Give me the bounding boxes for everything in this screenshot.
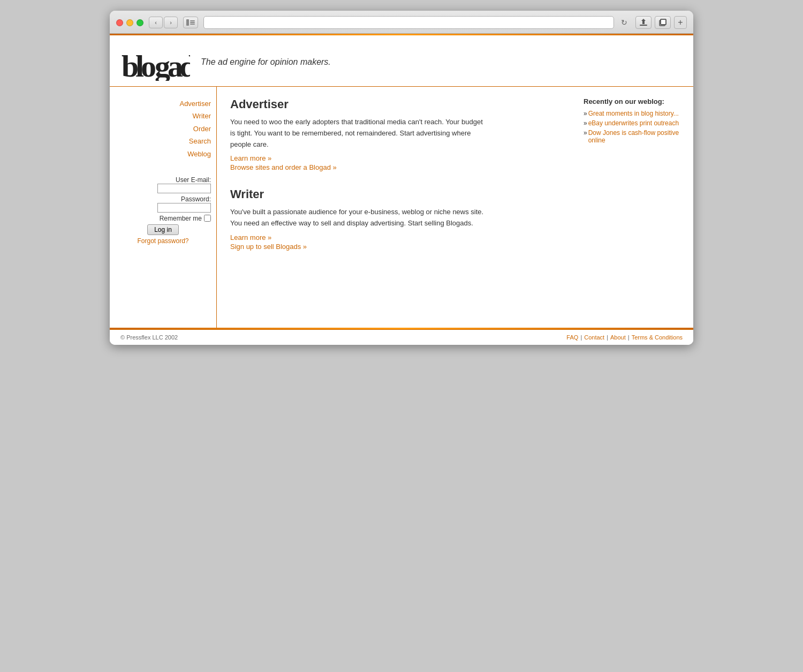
weblog-title: Recently on our weblog: [584, 97, 685, 105]
writer-section: Writer You've built a passionate audienc… [230, 187, 562, 251]
advertiser-browse-link[interactable]: Browse sites and order a Blogad » [230, 163, 562, 171]
writer-title: Writer [230, 187, 562, 201]
login-section: User E-mail: Password: Remember me Log i… [115, 176, 211, 245]
weblog-link-2[interactable]: Dow Jones is cash-flow positive online [588, 129, 685, 144]
email-input[interactable] [157, 184, 211, 193]
footer-separator-2: | [607, 334, 608, 341]
remember-me-wrapper: Remember me [115, 215, 211, 222]
svg-rect-0 [186, 19, 189, 26]
svg-rect-6 [661, 19, 666, 25]
advertiser-title: Advertiser [230, 97, 562, 111]
maximize-button[interactable] [137, 19, 143, 26]
email-field-wrapper: User E-mail: [115, 176, 211, 193]
sidebar-item-advertiser[interactable]: Advertiser [115, 97, 211, 110]
svg-text:o: o [141, 49, 156, 81]
svg-rect-2 [190, 22, 195, 23]
footer-links: FAQ | Contact | About | Terms & Conditio… [566, 334, 683, 341]
tabs-button[interactable] [655, 16, 671, 29]
share-button[interactable] [635, 16, 652, 29]
remember-me-checkbox[interactable] [204, 215, 211, 222]
weblog-item-2: » Dow Jones is cash-flow positive online [584, 129, 685, 144]
forward-button[interactable]: › [164, 17, 178, 28]
weblog-link-1[interactable]: eBay underwrites print outreach [588, 119, 679, 127]
email-label: User E-mail: [176, 176, 211, 184]
bullet-icon: » [584, 110, 587, 117]
site-header: b l o g a d s The ad engine for opinion … [110, 35, 693, 87]
footer-faq-link[interactable]: FAQ [566, 334, 578, 341]
traffic-lights [116, 19, 143, 26]
new-tab-button[interactable]: + [674, 16, 687, 29]
bullet-icon: » [584, 119, 587, 127]
address-bar[interactable] [203, 16, 614, 29]
footer-separator-1: | [580, 334, 582, 341]
back-button[interactable]: ‹ [149, 17, 163, 28]
sidebar-nav: Advertiser Writer Order Search Weblog [115, 97, 211, 160]
right-sidebar: Recently on our weblog: » Great moments … [575, 87, 693, 328]
advertiser-body: You need to woo the early adopters that … [230, 117, 487, 150]
password-field-wrapper: Password: [115, 195, 211, 213]
copyright-text: © Pressflex LLC 2002 [120, 334, 178, 341]
page-content: b l o g a d s The ad engine for opinion … [110, 34, 693, 345]
minimize-button[interactable] [126, 19, 133, 26]
weblog-item-0: » Great moments in blog history... [584, 110, 685, 117]
weblog-link-0[interactable]: Great moments in blog history... [588, 110, 679, 117]
svg-rect-3 [190, 24, 195, 25]
footer-contact-link[interactable]: Contact [584, 334, 604, 341]
svg-text:d: d [179, 49, 190, 81]
browser-window: ‹ › ↻ [110, 11, 693, 345]
weblog-item-1: » eBay underwrites print outreach [584, 119, 685, 127]
forgot-password-link[interactable]: Forgot password? [115, 237, 211, 245]
advertiser-section: Advertiser You need to woo the early ado… [230, 97, 562, 171]
site-footer: © Pressflex LLC 2002 FAQ | Contact | Abo… [110, 329, 693, 345]
writer-signup-link[interactable]: Sign up to sell Blogads » [230, 243, 562, 251]
password-input[interactable] [157, 203, 211, 213]
sidebar-item-weblog[interactable]: Weblog [115, 148, 211, 160]
writer-body: You've built a passionate audience for y… [230, 207, 487, 229]
remember-me-label: Remember me [160, 215, 202, 222]
footer-separator-3: | [628, 334, 630, 341]
writer-learn-more-link[interactable]: Learn more » [230, 233, 562, 241]
login-button[interactable]: Log in [147, 224, 179, 235]
sidebar-item-search[interactable]: Search [115, 135, 211, 147]
main-layout: Advertiser Writer Order Search Weblog Us… [110, 87, 693, 328]
sidebar-item-order[interactable]: Order [115, 123, 211, 135]
site-tagline: The ad engine for opinion makers. [201, 57, 331, 67]
svg-rect-1 [190, 20, 195, 21]
svg-rect-4 [640, 25, 647, 26]
left-sidebar: Advertiser Writer Order Search Weblog Us… [110, 87, 217, 328]
footer-about-link[interactable]: About [610, 334, 626, 341]
close-button[interactable] [116, 19, 123, 26]
sidebar-toggle-button[interactable] [183, 17, 198, 28]
footer-terms-link[interactable]: Terms & Conditions [632, 334, 683, 341]
reload-button[interactable]: ↻ [618, 17, 630, 28]
sidebar-item-writer[interactable]: Writer [115, 110, 211, 122]
site-logo: b l o g a d s [120, 43, 190, 81]
nav-buttons: ‹ › [149, 17, 178, 28]
browser-actions: + [635, 16, 687, 29]
advertiser-learn-more-link[interactable]: Learn more » [230, 154, 562, 162]
bullet-icon: » [584, 129, 587, 137]
browser-chrome: ‹ › ↻ [110, 11, 693, 34]
main-content: Advertiser You need to woo the early ado… [217, 87, 575, 328]
password-label: Password: [181, 195, 211, 203]
